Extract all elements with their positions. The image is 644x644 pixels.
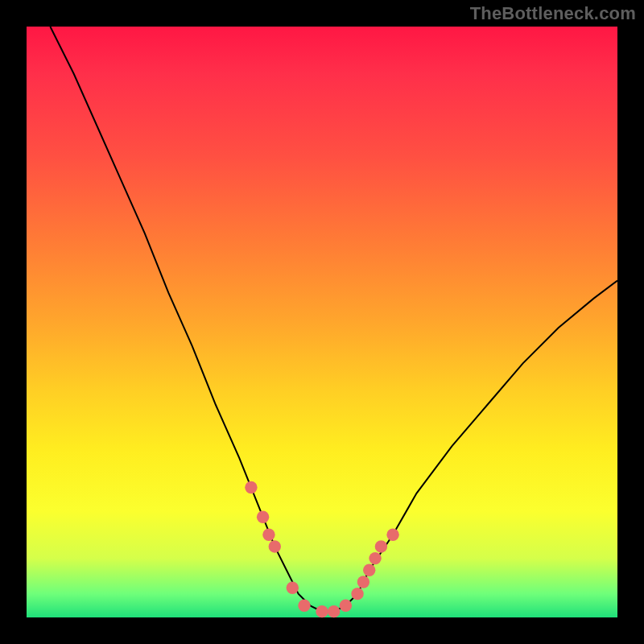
chart-frame: TheBottleneck.com — [0, 0, 644, 644]
marker-group — [245, 481, 399, 618]
marker-point — [262, 529, 275, 541]
chart-svg — [27, 27, 617, 617]
marker-point — [298, 600, 310, 612]
marker-point — [269, 540, 281, 552]
marker-point — [386, 529, 398, 541]
watermark-text: TheBottleneck.com — [470, 3, 636, 24]
marker-point — [287, 582, 299, 594]
marker-point — [375, 540, 387, 552]
marker-point — [369, 552, 381, 564]
marker-point — [357, 576, 369, 588]
marker-point — [257, 511, 269, 523]
bottleneck-curve — [50, 27, 617, 612]
marker-point — [328, 605, 340, 617]
marker-point — [340, 600, 352, 612]
marker-point — [363, 564, 375, 576]
plot-area — [27, 27, 617, 617]
marker-point — [316, 605, 328, 617]
marker-point — [245, 481, 257, 493]
marker-point — [351, 588, 363, 600]
